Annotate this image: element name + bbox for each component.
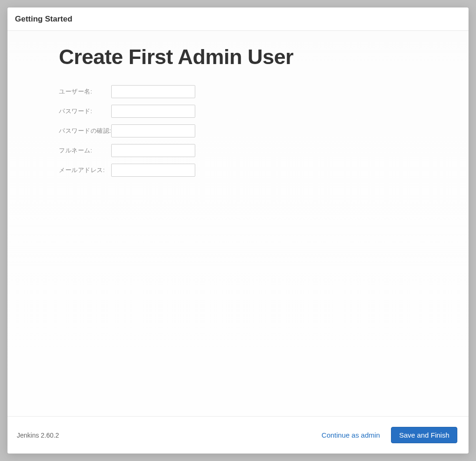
form-row-username: ユーザー名:	[59, 85, 195, 98]
modal-footer: Jenkins 2.60.2 Continue as admin Save an…	[7, 416, 469, 454]
email-input[interactable]	[111, 164, 195, 177]
username-input[interactable]	[111, 85, 195, 98]
modal-body: Create First Admin User ユーザー名: パスワード: パス…	[7, 31, 469, 416]
password-confirm-input[interactable]	[111, 124, 195, 137]
modal-title: Getting Started	[15, 14, 461, 24]
email-label: メールアドレス:	[59, 164, 111, 177]
setup-wizard-modal: Getting Started Create First Admin User …	[7, 7, 469, 454]
form-row-password-confirm: パスワードの確認:	[59, 124, 195, 137]
continue-as-admin-button[interactable]: Continue as admin	[317, 427, 384, 443]
form-row-fullname: フルネーム:	[59, 144, 195, 157]
password-label: パスワード:	[59, 105, 111, 118]
modal-header: Getting Started	[7, 7, 469, 31]
save-and-finish-button[interactable]: Save and Finish	[391, 427, 457, 443]
form-row-email: メールアドレス:	[59, 164, 195, 177]
password-input[interactable]	[111, 105, 195, 118]
username-label: ユーザー名:	[59, 85, 111, 98]
fullname-label: フルネーム:	[59, 144, 111, 157]
version-label: Jenkins 2.60.2	[17, 432, 59, 439]
admin-user-form: ユーザー名: パスワード: パスワードの確認: フルネーム: メールアドレス:	[59, 79, 195, 183]
page-title: Create First Admin User	[59, 45, 469, 69]
password-confirm-label: パスワードの確認:	[59, 124, 111, 137]
form-row-password: パスワード:	[59, 105, 195, 118]
fullname-input[interactable]	[111, 144, 195, 157]
